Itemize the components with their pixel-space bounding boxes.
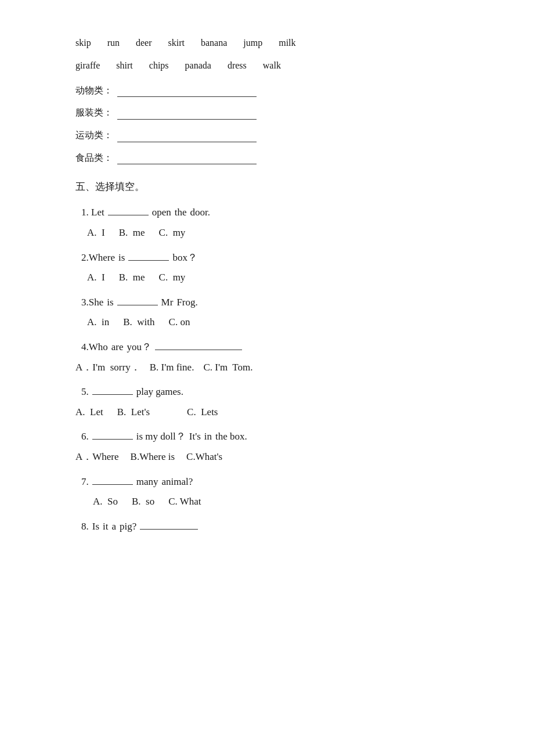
q2-text-part1: 2.Where (81, 249, 115, 267)
q5-option-b: B. Let's (117, 404, 150, 422)
word-skirt: skirt (168, 35, 185, 52)
q4-options: A．I'm sorry． B. I'm fine. C. I'm Tom. (75, 359, 459, 377)
q8-text-part1: 8. (81, 518, 89, 536)
q3-option-b: B. with (123, 314, 154, 332)
q2-options: A. I B. me C. my (87, 269, 459, 287)
q1-text: 1. Let open the door. (81, 204, 459, 222)
q6-blank[interactable] (92, 428, 133, 440)
q4-text-part2: are (111, 339, 124, 357)
category-animal-blank[interactable] (117, 84, 257, 97)
q3-text-part3: Mr (161, 294, 174, 312)
category-animal: 动物类： (75, 82, 459, 99)
q3-blank[interactable] (117, 294, 158, 305)
q2-option-c: C. my (159, 269, 186, 287)
q3-text-part4: Frog. (176, 294, 197, 312)
category-clothing: 服装类： (75, 105, 459, 121)
q4-option-c: C. I'm Tom. (203, 359, 252, 377)
q7-text-part3: animal? (162, 473, 193, 491)
category-food-blank[interactable] (117, 152, 257, 164)
q3-option-c: C. on (169, 314, 190, 332)
q8-blank[interactable] (140, 518, 198, 530)
categories-section: 动物类： 服装类： 运动类： 食品类： (75, 82, 459, 167)
category-clothing-blank[interactable] (117, 107, 257, 120)
q7-text-part1: 7. (81, 473, 89, 491)
q2-text-part3: box？ (172, 249, 197, 267)
word-panada: panada (185, 57, 211, 74)
q2-blank[interactable] (128, 249, 169, 261)
word-milk: milk (279, 35, 295, 52)
word-bank-row2: giraffe shirt chips panada dress walk (75, 57, 459, 74)
q5-text-part2: play games. (136, 383, 183, 401)
question-5: 5. play games. A. Let B. Let's C. Lets (75, 383, 459, 421)
category-sports-label: 运动类： (75, 127, 113, 144)
q3-text-part1: 3.She (81, 294, 103, 312)
q1-option-b: B. me (119, 224, 145, 242)
q4-text: 4.Who are you？ (81, 339, 459, 357)
section-five-title: 五、选择填空。 (75, 178, 459, 196)
word-walk: walk (263, 57, 281, 74)
q2-option-a: A. I (87, 269, 105, 287)
q1-text-part4: door. (190, 204, 210, 222)
q6-option-a: A．Where (75, 448, 119, 466)
q1-text-part1: 1. Let (81, 204, 104, 222)
q7-text: 7. many animal? (81, 473, 459, 491)
category-animal-label: 动物类： (75, 82, 113, 99)
q6-option-c: C.What's (186, 448, 222, 466)
q7-text-part2: many (136, 473, 158, 491)
q5-text-part1: 5. (81, 383, 89, 401)
q4-blank[interactable] (155, 339, 242, 350)
q2-option-b: B. me (119, 269, 145, 287)
q3-text-part2: is (107, 294, 113, 312)
q5-options: A. Let B. Let's C. Lets (75, 404, 459, 422)
q6-text-part1: 6. (81, 428, 89, 446)
q7-option-b: B. so (132, 493, 154, 511)
category-sports-blank[interactable] (117, 129, 257, 142)
category-food-label: 食品类： (75, 150, 113, 167)
q1-option-c: C. my (159, 224, 186, 242)
question-7: 7. many animal? A. So B. so C. What (75, 473, 459, 511)
q3-text: 3.She is Mr Frog. (81, 294, 459, 312)
question-2: 2.Where is box？ A. I B. me C. my (75, 249, 459, 287)
q4-text-part1: 4.Who (81, 339, 108, 357)
question-6: 6. is my doll？ It's in the box. A．Where … (75, 428, 459, 466)
category-clothing-label: 服装类： (75, 105, 113, 121)
q1-options: A. I B. me C. my (87, 224, 459, 242)
q7-blank[interactable] (92, 473, 133, 485)
word-giraffe: giraffe (75, 57, 100, 74)
word-deer: deer (136, 35, 152, 52)
q8-text-part5: pig? (120, 518, 136, 536)
q6-text-part5: the box. (215, 428, 247, 446)
word-chips: chips (149, 57, 169, 74)
word-shirt: shirt (116, 57, 132, 74)
q5-option-c: C. Lets (187, 404, 218, 422)
q8-text-part3: it (103, 518, 108, 536)
q4-text-part3: you？ (127, 339, 152, 357)
q6-options: A．Where B.Where is C.What's (75, 448, 459, 466)
q3-options: A. in B. with C. on (87, 314, 459, 332)
word-banana: banana (201, 35, 227, 52)
word-jump: jump (243, 35, 262, 52)
q1-text-part2: open (152, 204, 171, 222)
word-skip: skip (75, 35, 91, 52)
q8-text-part4: a (111, 518, 116, 536)
q4-option-b: B. I'm fine. (150, 359, 194, 377)
q1-text-part3: the (175, 204, 187, 222)
q6-text-part2: is my doll？ (136, 428, 186, 446)
word-bank-section: skip run deer skirt banana jump milk gir… (75, 35, 459, 74)
word-run: run (107, 35, 120, 52)
q5-text: 5. play games. (81, 383, 459, 401)
q2-text-part2: is (118, 249, 125, 267)
category-sports: 运动类： (75, 127, 459, 144)
question-1: 1. Let open the door. A. I B. me C. my (75, 204, 459, 242)
q8-text: 8. Is it a pig? (81, 518, 459, 536)
q6-text-part4: in (204, 428, 212, 446)
q6-option-b: B.Where is (131, 448, 175, 466)
q4-option-a: A．I'm sorry． (75, 359, 140, 377)
q1-option-a: A. I (87, 224, 105, 242)
q5-blank[interactable] (92, 383, 133, 395)
q1-blank[interactable] (108, 204, 149, 215)
category-food: 食品类： (75, 150, 459, 167)
word-bank-row1: skip run deer skirt banana jump milk (75, 35, 459, 52)
q7-option-a: A. So (93, 493, 118, 511)
q3-option-a: A. in (87, 314, 109, 332)
